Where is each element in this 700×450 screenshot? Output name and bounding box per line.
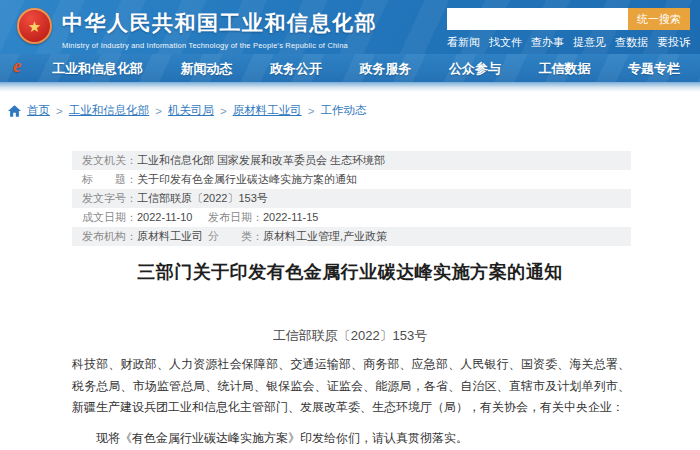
quick-link-feedback[interactable]: 提意见	[573, 35, 606, 50]
meta-second-column: 分 类：原材料工业管理,产业政策	[208, 227, 387, 246]
breadcrumb-raw-materials-dept[interactable]: 原材料工业司	[233, 103, 302, 118]
quick-link-data[interactable]: 查数据	[615, 35, 648, 50]
main-nav-items: 工业和信息化部 新闻动态 政务公开 政务服务 公众参与 工信数据 专题专栏	[52, 60, 690, 78]
meta-value: 工信部联原〔2022〕153号	[137, 192, 268, 204]
breadcrumb-separator: >	[56, 105, 63, 117]
logo-glyph: e	[13, 55, 21, 76]
breadcrumb-home[interactable]: 首页	[27, 103, 50, 118]
breadcrumb-separator: >	[220, 105, 227, 117]
search-input[interactable]	[447, 8, 628, 30]
national-emblem-icon: ★	[17, 8, 52, 44]
miit-notice-page: ★ 中华人民共和国工业和信息化部 Ministry of Industry an…	[0, 0, 700, 450]
meta-value: 2022-11-15	[263, 211, 318, 223]
quick-link-documents[interactable]: 找文件	[489, 35, 522, 50]
article-paragraph-body: 现将《有色金属行业碳达峰实施方案》印发给你们，请认真贯彻落实。	[72, 428, 630, 450]
meta-label: 发文机关：	[82, 154, 137, 166]
meta-row-title: 标 题：关于印发有色金属行业碳达峰实施方案的通知	[72, 170, 631, 189]
nav-fade-strip	[0, 82, 700, 92]
meta-label: 成文日期：	[82, 211, 137, 223]
meta-row-dates: 成文日期：2022-11-10 发布日期：2022-11-15	[72, 208, 631, 227]
meta-row-issuing-agency: 发文机关：工业和信息化部 国家发展和改革委员会 生态环境部	[72, 151, 631, 170]
document-meta-table: 发文机关：工业和信息化部 国家发展和改革委员会 生态环境部 标 题：关于印发有色…	[72, 151, 631, 246]
meta-second-column: 发布日期：2022-11-15	[208, 208, 318, 227]
nav-item-miit[interactable]: 工业和信息化部	[52, 60, 143, 78]
unified-search-button[interactable]: 统一搜索	[628, 8, 690, 30]
meta-value: 关于印发有色金属行业碳达峰实施方案的通知	[137, 173, 357, 185]
site-masthead: 中华人民共和国工业和信息化部 Ministry of Industry and …	[62, 9, 377, 50]
quick-links: 看新闻 找文件 查办事 提意见 查数据 要投诉	[447, 35, 690, 50]
nav-item-special-topics[interactable]: 专题专栏	[628, 60, 680, 78]
quick-link-complaint[interactable]: 要投诉	[657, 35, 690, 50]
meta-value: 原材料工业司	[137, 230, 203, 242]
unified-search: 统一搜索	[447, 8, 690, 30]
meta-label: 发文字号：	[82, 192, 137, 204]
article-title: 三部门关于印发有色金属行业碳达峰实施方案的通知	[30, 260, 670, 284]
meta-label: 标 题：	[82, 173, 137, 185]
breadcrumb-separator: >	[308, 105, 315, 117]
breadcrumb-separator: >	[155, 105, 162, 117]
nav-item-gov-services[interactable]: 政务服务	[360, 60, 412, 78]
ministry-name-cn: 中华人民共和国工业和信息化部	[62, 9, 377, 37]
article-paragraph-recipients: 科技部、财政部、人力资源社会保障部、交通运输部、商务部、应急部、人民银行、国资委…	[72, 354, 630, 419]
meta-row-doc-number: 发文字号：工信部联原〔2022〕153号	[72, 189, 631, 208]
nav-item-public-participation[interactable]: 公众参与	[449, 60, 501, 78]
meta-label: 分 类：	[208, 230, 263, 242]
meta-label: 发布日期：	[208, 211, 263, 223]
meta-value: 原材料工业管理,产业政策	[263, 230, 387, 242]
nav-item-news[interactable]: 新闻动态	[181, 60, 233, 78]
meta-value: 工业和信息化部 国家发展和改革委员会 生态环境部	[137, 154, 385, 166]
miit-e-logo-icon: e	[13, 55, 21, 77]
breadcrumb-miit[interactable]: 工业和信息化部	[69, 103, 150, 118]
meta-row-publisher: 发布机构：原材料工业司 分 类：原材料工业管理,产业政策	[72, 227, 631, 246]
emblem-star-glyph: ★	[28, 19, 41, 34]
breadcrumb-departments[interactable]: 机关司局	[168, 103, 214, 118]
ministry-name-en: Ministry of Industry and Information Tec…	[62, 41, 377, 50]
site-banner: ★ 中华人民共和国工业和信息化部 Ministry of Industry an…	[0, 0, 700, 54]
quick-link-news[interactable]: 看新闻	[447, 35, 480, 50]
meta-value: 2022-11-10	[137, 211, 192, 223]
breadcrumb: 首页 > 工业和信息化部 > 机关司局 > 原材料工业司 > 工作动态	[8, 103, 366, 118]
home-icon[interactable]	[8, 105, 21, 117]
nav-item-gov-affairs-open[interactable]: 政务公开	[270, 60, 322, 78]
article-doc-number: 工信部联原〔2022〕153号	[30, 327, 670, 345]
breadcrumb-work-updates[interactable]: 工作动态	[320, 103, 366, 118]
quick-link-services[interactable]: 查办事	[531, 35, 564, 50]
meta-label: 发布机构：	[82, 230, 137, 242]
nav-item-miit-data[interactable]: 工信数据	[539, 60, 591, 78]
